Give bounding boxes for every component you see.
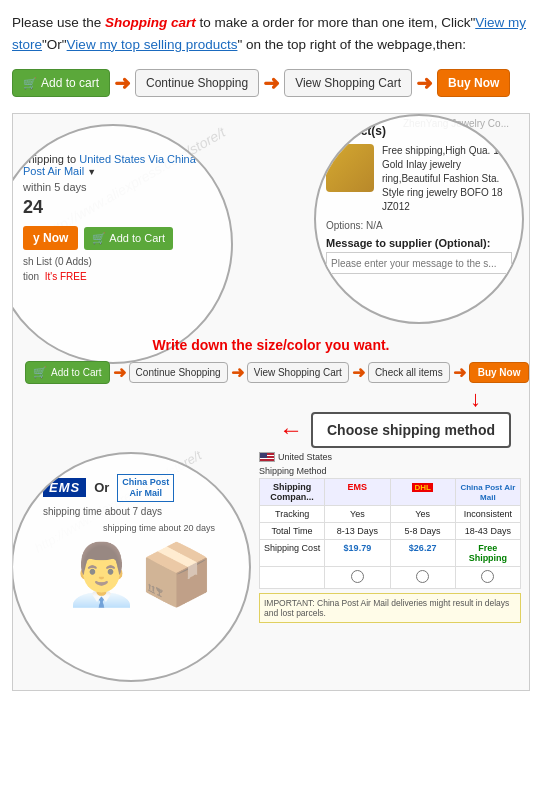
td-cost-label: Shipping Cost xyxy=(260,540,325,566)
wish-list-line: sh List (0 Adds) xyxy=(23,256,215,267)
ems-time: shipping time about 7 days xyxy=(43,506,235,517)
days-line: within 5 days xyxy=(23,181,215,193)
red-left-arrow: ← xyxy=(279,416,303,444)
continue-shopping-button[interactable]: Continue Shopping xyxy=(135,69,259,97)
or-label: Or xyxy=(94,480,109,495)
arrow-2: ➜ xyxy=(263,71,280,95)
right-table-container: United States Shipping Method Shipping C… xyxy=(259,452,521,682)
td-time-ems: 8-13 Days xyxy=(325,523,390,539)
options-line: Options: N/A xyxy=(326,220,512,231)
arrow-s2-1: ➜ xyxy=(113,363,126,382)
view-cart-step2-button[interactable]: View Shopping Cart xyxy=(247,362,349,383)
intro-text-middle: to make a order for more than one item, … xyxy=(196,15,475,30)
add-to-cart-circle-button[interactable]: 🛒Add to Cart xyxy=(84,227,173,250)
step-flow-2: Add to Cart ➜ Continue Shopping ➜ View S… xyxy=(21,361,521,384)
td-time-label: Total Time xyxy=(260,523,325,539)
add-to-cart-step1-button[interactable]: Add to cart xyxy=(12,69,110,97)
ems-logo: EMS xyxy=(43,478,86,497)
shipping-method-label: Shipping Method xyxy=(259,466,521,476)
add-to-cart-step2-button[interactable]: Add to Cart xyxy=(25,361,110,384)
shipping-to-label: shipping to xyxy=(23,153,79,165)
intro-or-text: "Or" xyxy=(42,37,67,52)
message-title: Message to supplier (Optional): xyxy=(326,237,512,249)
red-down-arrow: ↓ xyxy=(21,386,521,412)
shipping-logos-row: EMS Or China Post Air Mail xyxy=(43,474,235,502)
left-circle: air shipping to United States Via China … xyxy=(12,124,233,364)
right-circle: Product(s) Free shipping,High Qua. 18K G… xyxy=(314,114,524,324)
td-cost-airmail: Free Shipping xyxy=(456,540,520,566)
flag-line: United States xyxy=(259,452,521,462)
flag-icon xyxy=(259,452,275,462)
th-company: Shipping Compan... xyxy=(260,479,325,505)
td-cost-ems: $19.79 xyxy=(325,540,390,566)
btn-row: y Now 🛒Add to Cart xyxy=(23,226,215,250)
th-airmail: China Post Air Mail xyxy=(456,479,520,505)
step-flow-1: Add to cart ➜ Continue Shopping ➜ View S… xyxy=(12,69,530,97)
td-tracking-dhl: Yes xyxy=(391,506,456,522)
shipping-line: shipping to United States Via China Post… xyxy=(23,153,215,177)
view-top-products-link[interactable]: View my top selling products xyxy=(67,37,238,52)
table-row-radio xyxy=(260,567,520,588)
arrow-s2-3: ➜ xyxy=(352,363,365,382)
airmail-time: shipping time about 20 days xyxy=(103,523,235,533)
arrow-s2-2: ➜ xyxy=(231,363,244,382)
arrow-s2-4: ➜ xyxy=(453,363,466,382)
airmail-logo: China Post Air Mail xyxy=(117,474,174,502)
bottom-circle: EMS Or China Post Air Mail shipping time… xyxy=(12,452,251,682)
product-image xyxy=(326,144,374,192)
continue-shopping-step2-button[interactable]: Continue Shopping xyxy=(129,362,228,383)
td-time-dhl: 5-8 Days xyxy=(391,523,456,539)
td-time-airmail: 18-43 Days xyxy=(456,523,520,539)
td-tracking-label: Tracking xyxy=(260,506,325,522)
destination-label: United States xyxy=(278,452,332,462)
intro-paragraph: Please use the Shopping cart to make a o… xyxy=(12,12,530,55)
dropdown-icon[interactable]: ▼ xyxy=(87,167,96,177)
product-description: Free shipping,High Qua. 18K Gold Inlay j… xyxy=(382,144,512,214)
screenshot-area: http://www.aliexpress.com/store/t http:/… xyxy=(12,113,530,691)
th-dhl: DHL xyxy=(391,479,456,505)
table-row-cost: Shipping Cost $19.79 $26.27 Free Shippin… xyxy=(260,540,520,567)
red-instruction-text: Write down the size/color you want. xyxy=(21,337,521,353)
buy-now-step1-button[interactable]: Buy Now xyxy=(437,69,510,97)
choose-shipping-box[interactable]: Choose shipping method xyxy=(311,412,511,448)
bottom-section: EMS Or China Post Air Mail shipping time… xyxy=(21,452,521,682)
table-row-tracking: Tracking Yes Yes Inconsistent xyxy=(260,506,520,523)
td-tracking-airmail: Inconsistent xyxy=(456,506,520,522)
arrow-1: ➜ xyxy=(114,71,131,95)
product-row: Free shipping,High Qua. 18K Gold Inlay j… xyxy=(326,144,512,214)
choose-shipping-row: ← Choose shipping method xyxy=(21,412,521,448)
td-tracking-ems: Yes xyxy=(325,506,390,522)
important-note: IMPORTANT: China Post Air Mail deliverie… xyxy=(259,593,521,623)
price-line: 24 xyxy=(23,197,215,218)
right-circle-content: Product(s) Free shipping,High Qua. 18K G… xyxy=(316,116,522,282)
table-header: Shipping Compan... EMS DHL China Post Ai… xyxy=(260,479,520,506)
buy-now-step2-button[interactable]: Buy Now xyxy=(469,362,530,383)
air-label: air xyxy=(23,140,215,151)
free-shipping-line: tion It's FREE xyxy=(23,271,215,282)
cart-icon-small: 🛒 xyxy=(92,232,106,245)
shipping-table: Shipping Compan... EMS DHL China Post Ai… xyxy=(259,478,521,589)
td-cost-dhl: $26.27 xyxy=(391,540,456,566)
intro-text-before: Please use the xyxy=(12,15,105,30)
left-circle-content: air shipping to United States Via China … xyxy=(12,126,231,290)
buy-now-circle-button[interactable]: y Now xyxy=(23,226,78,250)
message-input[interactable] xyxy=(326,252,512,274)
shopping-cart-highlight: Shopping cart xyxy=(105,15,196,30)
intro-text-end: " on the top right of the webpage,then: xyxy=(237,37,465,52)
th-ems: EMS xyxy=(325,479,390,505)
arrow-3: ➜ xyxy=(416,71,433,95)
check-all-items-button[interactable]: Check all items xyxy=(368,362,450,383)
view-shopping-cart-button[interactable]: View Shopping Cart xyxy=(284,69,412,97)
table-row-time: Total Time 8-13 Days 5-8 Days 18-43 Days xyxy=(260,523,520,540)
delivery-illustration: 👨‍💼📦 xyxy=(43,539,235,610)
